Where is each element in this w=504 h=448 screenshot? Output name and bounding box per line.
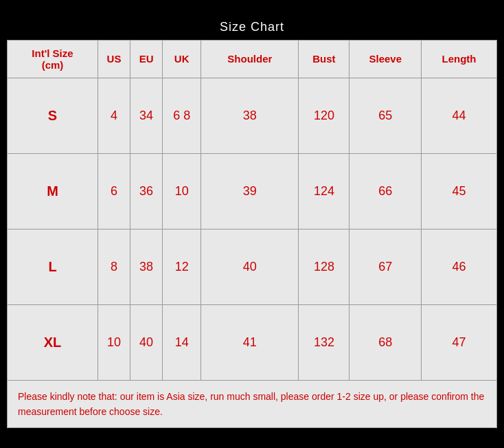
table-row: S 4 34 6 8 38 120 65 44	[8, 78, 497, 153]
cell-bust-s: 120	[299, 78, 350, 153]
header-eu: EU	[130, 40, 163, 78]
cell-size-xl: XL	[8, 304, 98, 380]
cell-uk-m: 10	[163, 153, 201, 229]
note-text: Please kindly note that: our item is Asi…	[18, 389, 486, 420]
header-us: US	[98, 40, 130, 78]
cell-shoulder-xl: 41	[201, 304, 299, 380]
cell-shoulder-m: 39	[201, 153, 299, 229]
header-length: Length	[422, 40, 497, 78]
cell-length-l: 46	[422, 229, 497, 304]
table-row: L 8 38 12 40 128 67 46	[8, 229, 497, 304]
cell-bust-xl: 132	[299, 304, 350, 380]
table-header-row: Int'l Size (cm) US EU UK Shoulder Bust S…	[8, 40, 497, 78]
cell-length-s: 44	[422, 78, 497, 153]
cell-eu-s: 34	[130, 78, 163, 153]
header-bust: Bust	[299, 40, 350, 78]
cell-eu-m: 36	[130, 153, 163, 229]
cell-us-m: 6	[98, 153, 130, 229]
cell-us-s: 4	[98, 78, 130, 153]
table-row: XL 10 40 14 41 132 68 47	[8, 304, 497, 380]
cell-eu-l: 38	[130, 229, 163, 304]
cell-size-l: L	[8, 229, 98, 304]
cell-bust-m: 124	[299, 153, 350, 229]
header-intl-size: Int'l Size (cm)	[8, 40, 98, 78]
cell-bust-l: 128	[299, 229, 350, 304]
cell-size-s: S	[8, 78, 98, 153]
cell-length-xl: 47	[422, 304, 497, 380]
cell-us-xl: 10	[98, 304, 130, 380]
cell-length-m: 45	[422, 153, 497, 229]
chart-container: Size Chart Int'l Size (cm) US EU UK Shou…	[0, 13, 504, 436]
chart-title: Size Chart	[7, 20, 497, 34]
table-row: M 6 36 10 39 124 66 45	[8, 153, 497, 229]
header-sleeve: Sleeve	[350, 40, 422, 78]
cell-shoulder-l: 40	[201, 229, 299, 304]
cell-sleeve-m: 66	[350, 153, 422, 229]
cell-sleeve-l: 67	[350, 229, 422, 304]
header-shoulder: Shoulder	[201, 40, 299, 78]
size-table: Int'l Size (cm) US EU UK Shoulder Bust S…	[7, 40, 497, 381]
cell-us-l: 8	[98, 229, 130, 304]
cell-uk-xl: 14	[163, 304, 201, 380]
cell-size-m: M	[8, 153, 98, 229]
cell-sleeve-xl: 68	[350, 304, 422, 380]
note-section: Please kindly note that: our item is Asi…	[7, 381, 497, 429]
cell-eu-xl: 40	[130, 304, 163, 380]
header-uk: UK	[163, 40, 201, 78]
cell-shoulder-s: 38	[201, 78, 299, 153]
cell-sleeve-s: 65	[350, 78, 422, 153]
cell-uk-s: 6 8	[163, 78, 201, 153]
cell-uk-l: 12	[163, 229, 201, 304]
